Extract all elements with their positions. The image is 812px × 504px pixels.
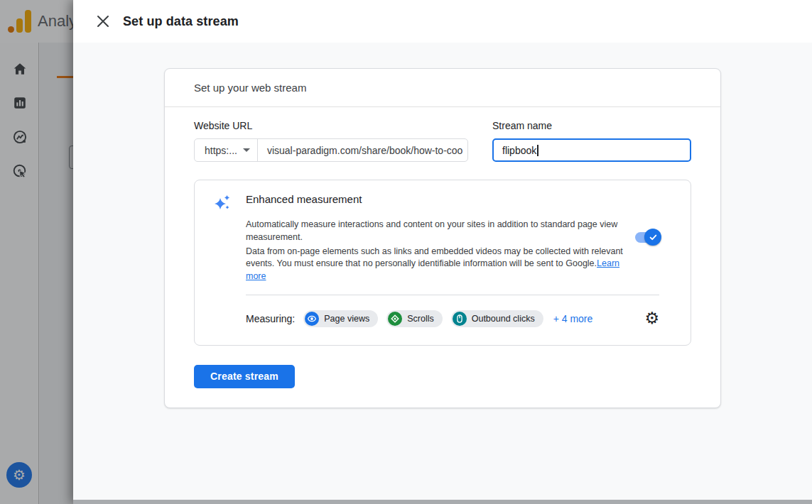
- enhanced-measurement-toggle[interactable]: [635, 232, 659, 243]
- scroll-icon: [388, 312, 402, 326]
- stream-name-input[interactable]: flipbook: [492, 138, 691, 162]
- chip-scrolls[interactable]: Scrolls: [386, 310, 443, 327]
- measuring-label: Measuring:: [246, 313, 295, 324]
- panel-header: Set up data stream: [73, 0, 812, 43]
- enhanced-measurement-box: Enhanced measurement Automatically measu…: [194, 180, 691, 346]
- website-url-label: Website URL: [194, 120, 468, 131]
- chip-page-views[interactable]: Page views: [303, 310, 378, 327]
- background-app: Analytics: [0, 0, 73, 504]
- description-line-2: Data from on-page elements such as links…: [246, 246, 633, 283]
- more-chips-link[interactable]: + 4 more: [553, 313, 593, 324]
- divider: [246, 295, 659, 295]
- enhanced-measurement-title: Enhanced measurement: [246, 193, 659, 205]
- website-url-field-group: Website URL https:... visual-paradigm.co…: [194, 120, 468, 162]
- sparkle-icon: [214, 195, 231, 212]
- eye-icon: [305, 312, 319, 326]
- chip-label: Outbound clicks: [472, 314, 535, 324]
- chip-label: Page views: [324, 314, 369, 324]
- web-stream-card: Set up your web stream Website URL https…: [164, 68, 721, 408]
- stream-name-value: flipbook: [502, 145, 536, 156]
- stream-name-field-group: Stream name flipbook: [492, 120, 691, 162]
- description-line-1: Automatically measure interactions and c…: [246, 219, 633, 244]
- enhanced-measurement-description: Automatically measure interactions and c…: [246, 219, 633, 283]
- protocol-dropdown[interactable]: https:...: [195, 139, 258, 161]
- website-url-input[interactable]: visual-paradigm.com/share/book/how-to-co…: [258, 139, 467, 161]
- text-cursor: [537, 145, 538, 156]
- close-icon: [97, 15, 109, 28]
- setup-data-stream-panel: Set up data stream Set up your web strea…: [73, 0, 812, 504]
- chevron-down-icon: [243, 148, 250, 152]
- mouse-icon: [453, 312, 467, 326]
- close-button[interactable]: [94, 13, 112, 30]
- protocol-value: https:...: [205, 145, 237, 156]
- card-title: Set up your web stream: [165, 69, 720, 107]
- measurement-settings-gear-icon[interactable]: ⚙: [644, 310, 659, 327]
- chip-outbound-clicks[interactable]: Outbound clicks: [451, 310, 543, 327]
- chip-label: Scrolls: [407, 314, 434, 324]
- stream-name-label: Stream name: [492, 120, 691, 131]
- check-icon: [649, 233, 658, 242]
- create-stream-button[interactable]: Create stream: [194, 365, 295, 388]
- horizontal-scrollbar[interactable]: [73, 500, 812, 504]
- panel-title: Set up data stream: [123, 14, 239, 29]
- modal-scrim[interactable]: [0, 0, 73, 504]
